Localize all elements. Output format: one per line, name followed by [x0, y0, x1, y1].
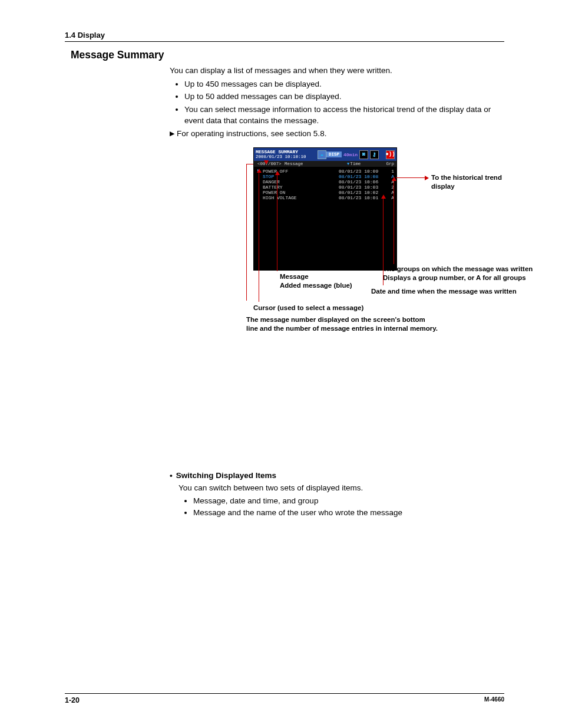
- arrow-icon: [257, 169, 262, 173]
- header-rule: [65, 41, 504, 42]
- subsection: Switching Displayed Items You can switch…: [170, 471, 504, 518]
- key-icon: ⚷: [370, 150, 379, 159]
- leader-line: [259, 172, 259, 302]
- leader-line: [383, 198, 384, 285]
- label-added: Added message (blue): [280, 281, 352, 289]
- label-cursor: Cursor (used to select a message): [253, 304, 363, 312]
- indicator-group: 40min ◙ ⚷ ●)): [343, 150, 396, 159]
- subsection-title: Switching Displayed Items: [170, 471, 504, 480]
- arrow-icon: [381, 195, 386, 199]
- disk-icon: ▬: [318, 150, 326, 159]
- count-header: <007/007>: [257, 162, 285, 166]
- message-header: Message: [285, 162, 347, 166]
- arrow-icon: [392, 177, 396, 181]
- device-screen: MESSAGE SUMMARY 2008/01/23 10:10:10 ▬ DI…: [253, 147, 397, 271]
- reference-line: For operating instructions, see section …: [170, 128, 504, 140]
- leader-line: [246, 164, 247, 301]
- group-header: Grp: [384, 162, 394, 166]
- intro-lead: You can display a list of messages and w…: [170, 65, 504, 77]
- table-row: POWER ON 08/01/23 10:02 A: [257, 190, 394, 195]
- time-header: Time: [347, 162, 384, 166]
- arrow-icon: [264, 160, 269, 164]
- title-bar: MESSAGE SUMMARY 2008/01/23 10:10:10 ▬ DI…: [254, 148, 396, 161]
- leader-line: [277, 174, 277, 271]
- screen-timestamp: 2008/01/23 10:10:10: [256, 154, 318, 160]
- label-message: Message: [280, 272, 309, 281]
- label-groups: The groups on which the message was writ…: [383, 265, 562, 282]
- figure-block: MESSAGE SUMMARY 2008/01/23 10:10:10 ▬ DI…: [183, 147, 504, 271]
- arrow-icon: [425, 176, 429, 180]
- table-row: BATTERY 08/01/23 10:03 2: [257, 185, 394, 190]
- intro-bullets: Up to 450 messages can be displayed. Up …: [170, 78, 504, 127]
- message-list: POWER OFF 08/01/23 10:09 1 STOP 08/01/23…: [254, 167, 396, 270]
- intro-bullet: You can select message information to ac…: [184, 104, 504, 127]
- camera-icon: ◙: [359, 150, 368, 159]
- section-body: You can display a list of messages and w…: [170, 65, 504, 139]
- arrow-icon: [275, 171, 280, 175]
- alarm-icon: ●)): [386, 150, 395, 159]
- subsection-bullets: Message, date and time, and group Messag…: [178, 495, 504, 518]
- table-row: HIGH VOLTAGE 08/01/23 10:01 A: [257, 195, 394, 200]
- label-datetime: Date and time when the message was writt…: [371, 287, 554, 295]
- page-header: 1.4 Display: [65, 31, 504, 39]
- label-msg-number: The message number displayed on the scre…: [246, 315, 470, 333]
- intro-bullet: Up to 50 added messages can be displayed…: [184, 91, 504, 103]
- mode-indicator: DISP: [326, 151, 342, 157]
- subsection-bullet: Message and the name of the user who wro…: [193, 507, 504, 519]
- intro-bullet: Up to 450 messages can be displayed.: [184, 78, 504, 90]
- leader-line: [394, 180, 394, 264]
- subsection-bullet: Message, date and time, and group: [193, 495, 504, 507]
- page-number: 1-20: [65, 696, 80, 704]
- interval-indicator: 40min: [343, 152, 358, 157]
- publication-id: M-4660: [484, 696, 504, 704]
- subsection-lead: You can switch between two sets of displ…: [178, 482, 504, 494]
- leader-line: [396, 177, 425, 178]
- table-row: DANGER 08/01/23 10:06 A: [257, 179, 394, 185]
- section-title: Message Summary: [71, 49, 504, 61]
- column-header-row: <007/007> Message Time Grp: [254, 161, 396, 167]
- label-trend: To the historical trend display: [431, 173, 504, 190]
- page-footer: 1-20 M-4660: [65, 693, 504, 704]
- screen-title: MESSAGE SUMMARY: [256, 149, 318, 154]
